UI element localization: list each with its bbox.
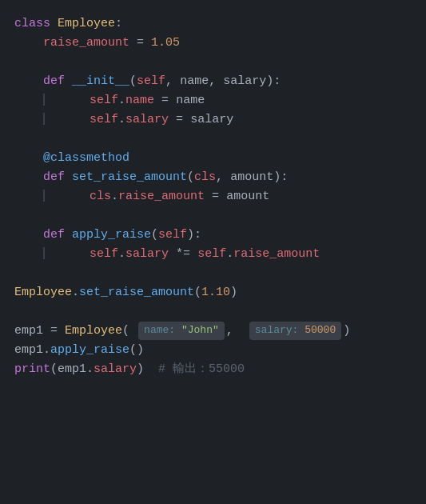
line-4: def __init__(self, name, salary): [0,72,426,91]
line-7 [0,130,426,149]
line-10: cls.raise_amount = amount [0,187,426,206]
line-8: @classmethod [0,149,426,168]
line-6: self.salary = salary [0,110,426,130]
line-5: self.name = name [0,91,426,110]
line-16 [0,302,426,322]
line-3 [0,53,426,72]
line-1: class Employee: [0,14,426,34]
line-13: self.salary *= self.raise_amount [0,245,426,264]
line-11 [0,206,426,226]
line-14 [0,264,426,283]
line-2: raise_amount = 1.05 [0,34,426,53]
badge-name: name: "John" [138,322,225,340]
code-editor: class Employee: raise_amount = 1.05 def … [0,14,426,379]
line-18: emp1.apply_raise() [0,341,426,360]
line-19: print(emp1.salary) # 輸出：55000 [0,360,426,379]
line-17: emp1 = Employee( name: "John", salary: 5… [0,322,426,341]
line-9: def set_raise_amount(cls, amount): [0,168,426,187]
line-15: Employee.set_raise_amount(1.10) [0,283,426,302]
line-12: def apply_raise(self): [0,226,426,245]
badge-salary: salary: 50000 [249,322,341,340]
